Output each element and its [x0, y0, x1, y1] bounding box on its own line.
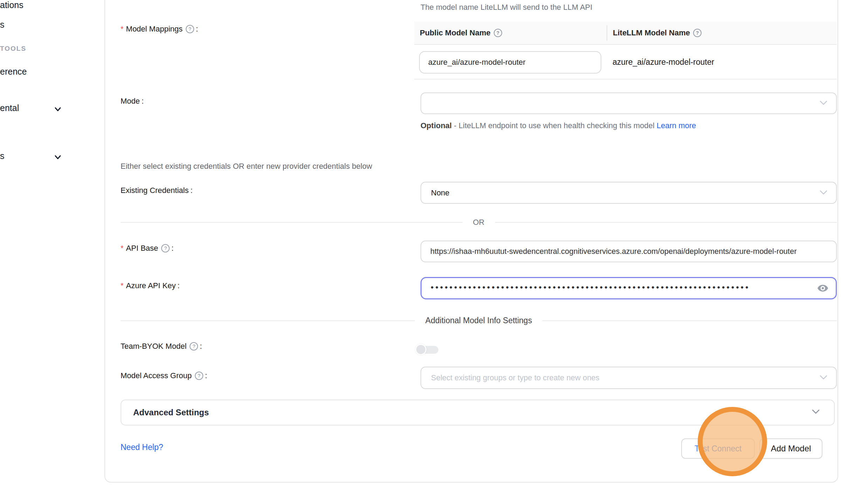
model-mappings-label: * Model Mappings ? :	[121, 25, 198, 34]
sidebar-item-reference[interactable]: erence	[0, 67, 27, 77]
existing-credentials-select[interactable]: None	[421, 182, 837, 204]
model-name-hint: The model name LiteLLM will send to the …	[421, 3, 592, 12]
chevron-down-icon[interactable]	[53, 152, 63, 162]
required-asterisk: *	[121, 25, 124, 34]
sidebar-section-tools: TOOLS	[0, 45, 26, 53]
test-connect-button[interactable]: Test Connect	[681, 438, 755, 459]
chevron-down-icon	[819, 188, 828, 198]
team-byok-toggle[interactable]	[415, 344, 439, 356]
additional-settings-divider: Additional Model Info Settings	[121, 316, 837, 325]
or-divider: OR	[121, 218, 837, 227]
litellm-model-name-value: azure_ai/azure-model-router	[613, 45, 714, 79]
add-model-button[interactable]: Add Model	[759, 438, 822, 459]
credentials-note: Either select existing credentials OR en…	[121, 162, 372, 171]
help-icon[interactable]: ?	[693, 29, 702, 37]
need-help-link[interactable]: Need Help?	[121, 443, 163, 452]
sidebar-item-experimental[interactable]: ental	[0, 103, 19, 113]
help-icon[interactable]: ?	[195, 372, 203, 380]
sidebar-item-1[interactable]: s	[0, 20, 5, 30]
model-access-group-select[interactable]: Select existing groups or type to create…	[421, 367, 837, 389]
chevron-down-icon	[819, 373, 828, 382]
team-byok-label: Team-BYOK Model ? :	[121, 342, 202, 351]
chevron-down-icon	[819, 99, 828, 108]
chevron-down-icon[interactable]	[53, 104, 63, 115]
mode-select[interactable]	[421, 92, 837, 114]
help-icon[interactable]: ?	[161, 244, 170, 252]
required-asterisk: *	[121, 244, 124, 253]
azure-api-key-label: * Azure API Key :	[121, 281, 180, 290]
model-mappings-table-header: Public Model Name ? LiteLLM Model Name ?	[414, 22, 837, 45]
sidebar-item-organizations[interactable]: ations	[0, 0, 23, 10]
mode-label: Mode :	[121, 97, 144, 106]
public-model-name-input[interactable]	[419, 51, 601, 74]
advanced-settings-panel[interactable]: Advanced Settings	[121, 400, 835, 425]
toggle-knob	[415, 344, 426, 355]
model-access-group-label: Model Access Group ? :	[121, 371, 207, 380]
help-icon[interactable]: ?	[494, 29, 502, 37]
masked-password-value: ••••••••••••••••••••••••••••••••••••••••…	[431, 283, 817, 292]
litellm-model-name-header: LiteLLM Model Name ?	[607, 25, 837, 41]
learn-more-link[interactable]: Learn more	[657, 121, 696, 130]
model-mappings-table-row: azure_ai/azure-model-router	[414, 45, 837, 79]
required-asterisk: *	[121, 281, 124, 290]
chevron-down-icon	[812, 409, 820, 416]
azure-api-key-input[interactable]: ••••••••••••••••••••••••••••••••••••••••…	[421, 277, 837, 299]
sidebar-item-settings[interactable]: s	[0, 151, 5, 161]
help-icon[interactable]: ?	[186, 25, 194, 33]
help-icon[interactable]: ?	[190, 342, 198, 351]
mode-help-text: Optional - LiteLLM endpoint to use when …	[421, 118, 704, 133]
add-model-form-screen: ations s TOOLS erence ental s The model …	[0, 0, 868, 485]
eye-icon[interactable]	[817, 282, 829, 294]
api-base-label: * API Base ? :	[121, 244, 173, 253]
public-model-name-header: Public Model Name ?	[414, 28, 607, 37]
existing-credentials-label: Existing Credentials :	[121, 186, 193, 195]
model-mappings-table: Public Model Name ? LiteLLM Model Name ?…	[414, 22, 837, 79]
api-base-input[interactable]: https://ishaa-mh6uutut-swedencentral.cog…	[421, 241, 837, 262]
